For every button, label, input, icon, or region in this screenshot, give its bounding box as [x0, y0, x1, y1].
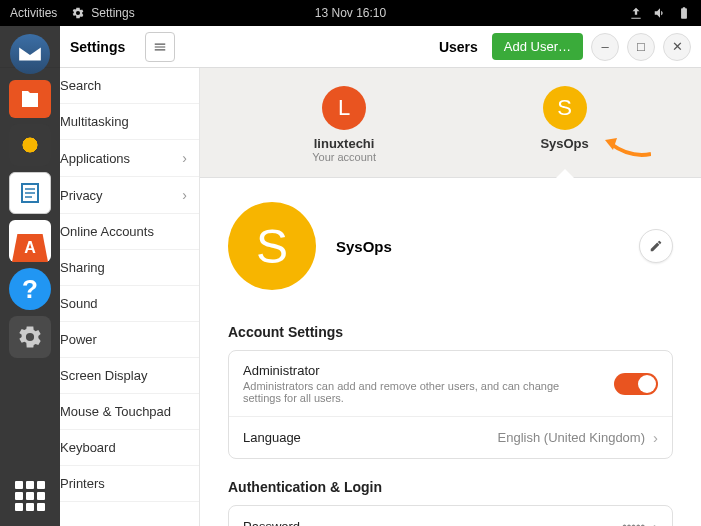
- password-value: •••••: [622, 519, 645, 526]
- chevron-right-icon: ›: [182, 187, 187, 203]
- hamburger-button[interactable]: [145, 32, 175, 62]
- clock[interactable]: 13 Nov 16:10: [315, 6, 386, 20]
- gear-icon: [71, 6, 85, 20]
- sidebar-item-multitasking[interactable]: Multitasking: [60, 104, 199, 140]
- dock-help[interactable]: ?: [9, 268, 51, 310]
- avatar: L: [322, 86, 366, 130]
- account-settings-panel: Administrator Administrators can add and…: [228, 350, 673, 459]
- row-title: Language: [243, 430, 498, 445]
- main-pane: L linuxtechi Your account S SysOps S Sys…: [200, 68, 701, 526]
- dock-settings[interactable]: [9, 316, 51, 358]
- user-name: SysOps: [540, 136, 588, 151]
- sidebar-item-screen-display[interactable]: Screen Display: [60, 358, 199, 394]
- avatar: S: [543, 86, 587, 130]
- sidebar-item-printers[interactable]: Printers: [60, 466, 199, 502]
- system-tray[interactable]: [629, 6, 691, 20]
- row-administrator: Administrator Administrators can add and…: [229, 351, 672, 417]
- row-title: Password: [243, 519, 622, 526]
- sidebar-item-keyboard[interactable]: Keyboard: [60, 430, 199, 466]
- window-title: Settings: [70, 39, 125, 55]
- row-title: Administrator: [243, 363, 614, 378]
- profile-name: SysOps: [336, 238, 392, 255]
- annotation-arrow: [605, 136, 651, 160]
- auth-panel: Password ••••• ›: [228, 505, 673, 526]
- battery-icon: [677, 6, 691, 20]
- page-title: Users: [439, 39, 478, 55]
- sidebar-item-privacy[interactable]: Privacy›: [60, 177, 199, 214]
- user-chip-linuxtechi[interactable]: L linuxtechi Your account: [312, 86, 376, 177]
- profile-header: S SysOps: [200, 178, 701, 314]
- titlebar: Settings Users Add User… – □ ✕: [0, 26, 701, 68]
- sidebar-item-applications[interactable]: Applications›: [60, 140, 199, 177]
- sidebar-item-sound[interactable]: Sound: [60, 286, 199, 322]
- network-icon: [629, 6, 643, 20]
- add-user-button[interactable]: Add User…: [492, 33, 583, 60]
- avatar-large[interactable]: S: [228, 202, 316, 290]
- maximize-button[interactable]: □: [627, 33, 655, 61]
- dock: A ?: [0, 26, 60, 526]
- chevron-right-icon: ›: [182, 150, 187, 166]
- hamburger-icon: [153, 40, 167, 54]
- close-button[interactable]: ✕: [663, 33, 691, 61]
- row-password[interactable]: Password ••••• ›: [229, 506, 672, 526]
- user-selector: L linuxtechi Your account S SysOps: [200, 68, 701, 178]
- sidebar-item-search[interactable]: Search: [60, 68, 199, 104]
- dock-files[interactable]: [9, 80, 51, 118]
- section-auth-login: Authentication & Login: [228, 479, 673, 495]
- chevron-right-icon: ›: [653, 429, 658, 446]
- section-account-settings: Account Settings: [228, 324, 673, 340]
- show-applications-button[interactable]: [12, 478, 48, 514]
- activities-button[interactable]: Activities: [10, 6, 57, 20]
- chevron-right-icon: ›: [653, 518, 658, 526]
- sidebar-item-power[interactable]: Power: [60, 322, 199, 358]
- settings-window: Settings Users Add User… – □ ✕ Search Mu…: [0, 26, 701, 526]
- sidebar-item-sharing[interactable]: Sharing: [60, 250, 199, 286]
- user-name: linuxtechi: [314, 136, 375, 151]
- sidebar-item-online-accounts[interactable]: Online Accounts: [60, 214, 199, 250]
- edit-name-button[interactable]: [639, 229, 673, 263]
- volume-icon: [653, 6, 667, 20]
- gnome-topbar: Activities Settings 13 Nov 16:10: [0, 0, 701, 26]
- administrator-toggle[interactable]: [614, 373, 658, 395]
- language-value: English (United Kingdom): [498, 430, 645, 445]
- topbar-app[interactable]: Settings: [71, 6, 134, 20]
- minimize-button[interactable]: –: [591, 33, 619, 61]
- user-subtitle: Your account: [312, 151, 376, 163]
- dock-rhythmbox[interactable]: [9, 124, 51, 166]
- pencil-icon: [649, 239, 663, 253]
- dock-libreoffice[interactable]: [9, 172, 51, 214]
- dock-software[interactable]: A: [9, 220, 51, 262]
- sidebar-item-mouse-touchpad[interactable]: Mouse & Touchpad: [60, 394, 199, 430]
- user-chip-sysops[interactable]: S SysOps: [540, 86, 588, 177]
- dock-thunderbird[interactable]: [10, 34, 50, 74]
- row-language[interactable]: Language English (United Kingdom) ›: [229, 417, 672, 458]
- row-subtitle: Administrators can add and remove other …: [243, 380, 563, 404]
